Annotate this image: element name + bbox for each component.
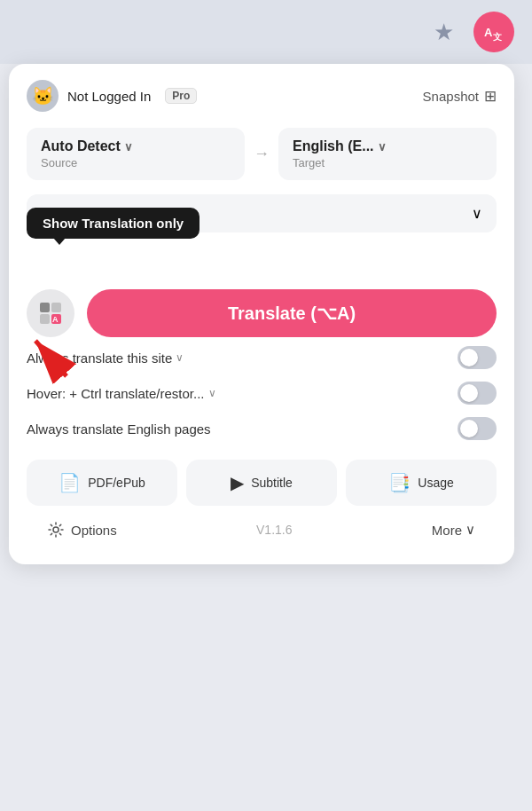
svg-text:A: A [484,26,493,39]
bottom-icons-row: 📄 PDF/ePub ▶ Subtitle 📑 Usage [27,460,497,506]
more-label: More [432,523,462,538]
snapshot-button[interactable]: Snapshot ⊞ [423,87,497,106]
toggle-row-3: Always translate English pages [27,417,497,440]
star-button[interactable]: ★ [426,14,461,50]
more-chevron-icon: ∨ [466,522,475,538]
more-button[interactable]: More ∨ [432,522,475,538]
target-language-button[interactable]: English (E... ∨ Target [278,128,497,180]
svg-rect-2 [40,303,50,312]
snapshot-icon: ⊞ [484,87,497,106]
popup-panel: 🐱 Not Logged In Pro Snapshot ⊞ Auto Dete… [9,64,514,564]
toggle-1[interactable] [458,346,497,369]
snapshot-label: Snapshot [423,89,479,104]
usage-button[interactable]: 📑 Usage [346,460,497,506]
pro-badge: Pro [165,88,197,104]
arrow-right-icon: → [254,145,270,163]
subtitle-label: Subtitle [251,476,293,490]
svg-point-9 [53,527,59,532]
toggle-row-2: Hover: + Ctrl translate/restor... ∨ [27,382,497,405]
avatar: 🐱 [27,80,59,112]
toggle-label-2: Hover: + Ctrl translate/restor... ∨ [27,386,216,401]
version-label: V1.1.6 [256,523,292,537]
pdf-icon: 📄 [59,472,81,493]
tooltip-text: Show Translation only [43,216,184,231]
toggle-label-3: Always translate English pages [27,421,211,437]
toggle-row-1: Always translate this site ∨ [27,346,497,369]
options-label: Options [71,523,117,538]
gear-icon [48,522,64,538]
translator-chevron-icon: ∨ [472,205,482,222]
toggle-section: Always translate this site ∨ Hover: + Ct… [27,346,497,440]
top-bar: ★ A 文 [0,0,532,64]
usage-icon: 📑 [388,472,411,493]
options-button[interactable]: Options [48,522,117,538]
header-row: 🐱 Not Logged In Pro Snapshot ⊞ [27,80,497,112]
pdf-label: PDF/ePub [88,476,145,490]
toggle-2[interactable] [458,382,497,405]
pdf-epub-button[interactable]: 📄 PDF/ePub [27,460,177,506]
target-chevron-icon: ∨ [378,140,387,154]
svg-rect-3 [51,303,61,312]
subtitle-icon: ▶ [231,472,244,493]
not-logged-in-label: Not Logged In [67,89,151,104]
language-row: Auto Detect ∨ Source → English (E... ∨ T… [27,128,497,180]
translate-button-label: Translate (⌥A) [228,303,356,323]
footer: Options V1.1.6 More ∨ [27,509,497,550]
svg-line-8 [35,341,66,376]
target-lang-main: English (E... ∨ [293,138,387,154]
pointing-arrow-icon [18,314,89,385]
star-icon: ★ [434,19,454,46]
toggle-2-chevron-icon: ∨ [208,387,216,399]
toggle-1-chevron-icon: ∨ [176,351,184,364]
translate-button[interactable]: Translate (⌥A) [87,289,497,337]
source-lang-main: Auto Detect ∨ [41,138,133,154]
svg-text:文: 文 [493,32,502,42]
translate-icon-button[interactable]: A 文 [473,12,514,52]
usage-label: Usage [418,476,453,490]
translate-ca-icon: A 文 [482,20,505,43]
source-chevron-icon: ∨ [124,140,133,154]
toggle-3[interactable] [458,417,497,440]
source-lang-sub: Source [41,156,77,169]
target-lang-sub: Target [293,156,325,169]
source-language-button[interactable]: Auto Detect ∨ Source [27,128,245,180]
tooltip-box: Show Translation only [27,208,200,239]
subtitle-button[interactable]: ▶ Subtitle [186,460,337,506]
translate-row: Show Translation only A Translate (⌥A) [27,247,497,337]
